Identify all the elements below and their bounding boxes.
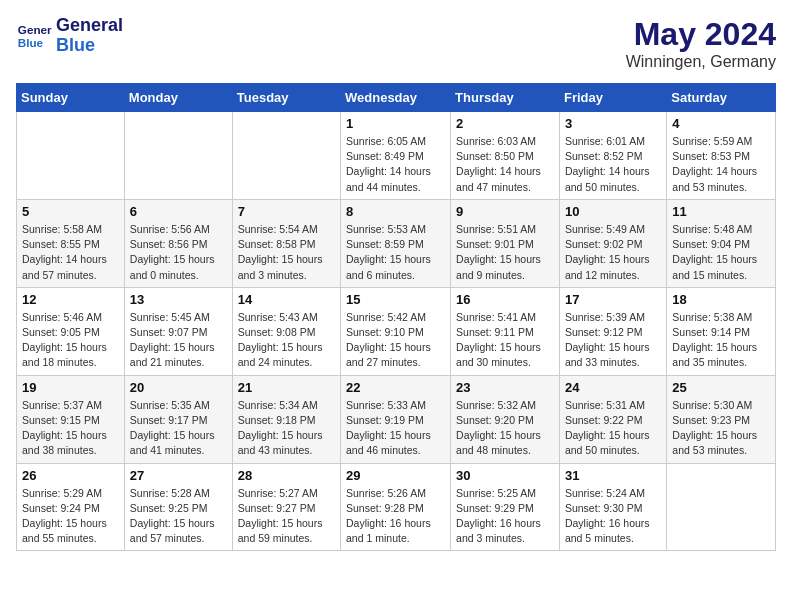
weekday-header: Sunday <box>17 84 125 112</box>
calendar-day-cell: 31Sunrise: 5:24 AMSunset: 9:30 PMDayligh… <box>559 463 666 551</box>
calendar-day-cell: 7Sunrise: 5:54 AMSunset: 8:58 PMDaylight… <box>232 199 340 287</box>
calendar-day-cell: 19Sunrise: 5:37 AMSunset: 9:15 PMDayligh… <box>17 375 125 463</box>
calendar-day-cell: 13Sunrise: 5:45 AMSunset: 9:07 PMDayligh… <box>124 287 232 375</box>
calendar-day-cell: 6Sunrise: 5:56 AMSunset: 8:56 PMDaylight… <box>124 199 232 287</box>
weekday-header: Wednesday <box>341 84 451 112</box>
day-number: 21 <box>238 380 335 395</box>
calendar-week-row: 1Sunrise: 6:05 AMSunset: 8:49 PMDaylight… <box>17 112 776 200</box>
empty-cell <box>232 112 340 200</box>
day-number: 2 <box>456 116 554 131</box>
empty-cell <box>667 463 776 551</box>
calendar-day-cell: 17Sunrise: 5:39 AMSunset: 9:12 PMDayligh… <box>559 287 666 375</box>
day-info: Sunrise: 5:46 AMSunset: 9:05 PMDaylight:… <box>22 310 119 371</box>
calendar-day-cell: 15Sunrise: 5:42 AMSunset: 9:10 PMDayligh… <box>341 287 451 375</box>
month-title: May 2024 <box>626 16 776 53</box>
day-info: Sunrise: 5:54 AMSunset: 8:58 PMDaylight:… <box>238 222 335 283</box>
day-info: Sunrise: 5:39 AMSunset: 9:12 PMDaylight:… <box>565 310 661 371</box>
calendar-day-cell: 18Sunrise: 5:38 AMSunset: 9:14 PMDayligh… <box>667 287 776 375</box>
day-number: 29 <box>346 468 445 483</box>
day-info: Sunrise: 6:01 AMSunset: 8:52 PMDaylight:… <box>565 134 661 195</box>
day-info: Sunrise: 5:35 AMSunset: 9:17 PMDaylight:… <box>130 398 227 459</box>
day-number: 22 <box>346 380 445 395</box>
day-number: 11 <box>672 204 770 219</box>
weekday-header: Friday <box>559 84 666 112</box>
day-info: Sunrise: 6:03 AMSunset: 8:50 PMDaylight:… <box>456 134 554 195</box>
day-number: 15 <box>346 292 445 307</box>
calendar-day-cell: 28Sunrise: 5:27 AMSunset: 9:27 PMDayligh… <box>232 463 340 551</box>
day-info: Sunrise: 5:42 AMSunset: 9:10 PMDaylight:… <box>346 310 445 371</box>
calendar-day-cell: 9Sunrise: 5:51 AMSunset: 9:01 PMDaylight… <box>451 199 560 287</box>
day-number: 31 <box>565 468 661 483</box>
day-number: 19 <box>22 380 119 395</box>
day-info: Sunrise: 5:41 AMSunset: 9:11 PMDaylight:… <box>456 310 554 371</box>
day-number: 5 <box>22 204 119 219</box>
day-number: 12 <box>22 292 119 307</box>
day-info: Sunrise: 5:48 AMSunset: 9:04 PMDaylight:… <box>672 222 770 283</box>
day-info: Sunrise: 5:49 AMSunset: 9:02 PMDaylight:… <box>565 222 661 283</box>
calendar-day-cell: 30Sunrise: 5:25 AMSunset: 9:29 PMDayligh… <box>451 463 560 551</box>
calendar-day-cell: 25Sunrise: 5:30 AMSunset: 9:23 PMDayligh… <box>667 375 776 463</box>
day-number: 13 <box>130 292 227 307</box>
weekday-header: Thursday <box>451 84 560 112</box>
calendar-day-cell: 23Sunrise: 5:32 AMSunset: 9:20 PMDayligh… <box>451 375 560 463</box>
day-number: 24 <box>565 380 661 395</box>
calendar-day-cell: 10Sunrise: 5:49 AMSunset: 9:02 PMDayligh… <box>559 199 666 287</box>
day-number: 25 <box>672 380 770 395</box>
calendar-day-cell: 11Sunrise: 5:48 AMSunset: 9:04 PMDayligh… <box>667 199 776 287</box>
day-info: Sunrise: 5:59 AMSunset: 8:53 PMDaylight:… <box>672 134 770 195</box>
day-info: Sunrise: 5:29 AMSunset: 9:24 PMDaylight:… <box>22 486 119 547</box>
calendar-day-cell: 26Sunrise: 5:29 AMSunset: 9:24 PMDayligh… <box>17 463 125 551</box>
calendar-day-cell: 27Sunrise: 5:28 AMSunset: 9:25 PMDayligh… <box>124 463 232 551</box>
day-number: 4 <box>672 116 770 131</box>
logo-line1: General <box>56 16 123 36</box>
day-info: Sunrise: 5:45 AMSunset: 9:07 PMDaylight:… <box>130 310 227 371</box>
calendar-week-row: 19Sunrise: 5:37 AMSunset: 9:15 PMDayligh… <box>17 375 776 463</box>
day-number: 6 <box>130 204 227 219</box>
day-number: 26 <box>22 468 119 483</box>
calendar-day-cell: 29Sunrise: 5:26 AMSunset: 9:28 PMDayligh… <box>341 463 451 551</box>
day-number: 8 <box>346 204 445 219</box>
calendar-day-cell: 5Sunrise: 5:58 AMSunset: 8:55 PMDaylight… <box>17 199 125 287</box>
logo: General Blue General Blue <box>16 16 123 56</box>
day-number: 27 <box>130 468 227 483</box>
day-number: 14 <box>238 292 335 307</box>
title-block: May 2024 Winningen, Germany <box>626 16 776 71</box>
calendar-day-cell: 4Sunrise: 5:59 AMSunset: 8:53 PMDaylight… <box>667 112 776 200</box>
day-number: 18 <box>672 292 770 307</box>
calendar-week-row: 12Sunrise: 5:46 AMSunset: 9:05 PMDayligh… <box>17 287 776 375</box>
page-header: General Blue General Blue May 2024 Winni… <box>16 16 776 71</box>
calendar-day-cell: 8Sunrise: 5:53 AMSunset: 8:59 PMDaylight… <box>341 199 451 287</box>
logo-icon: General Blue <box>16 18 52 54</box>
calendar-day-cell: 2Sunrise: 6:03 AMSunset: 8:50 PMDaylight… <box>451 112 560 200</box>
weekday-header: Monday <box>124 84 232 112</box>
location: Winningen, Germany <box>626 53 776 71</box>
calendar-day-cell: 16Sunrise: 5:41 AMSunset: 9:11 PMDayligh… <box>451 287 560 375</box>
calendar: SundayMondayTuesdayWednesdayThursdayFrid… <box>16 83 776 551</box>
calendar-day-cell: 14Sunrise: 5:43 AMSunset: 9:08 PMDayligh… <box>232 287 340 375</box>
day-info: Sunrise: 5:56 AMSunset: 8:56 PMDaylight:… <box>130 222 227 283</box>
day-info: Sunrise: 5:26 AMSunset: 9:28 PMDaylight:… <box>346 486 445 547</box>
day-number: 10 <box>565 204 661 219</box>
day-info: Sunrise: 6:05 AMSunset: 8:49 PMDaylight:… <box>346 134 445 195</box>
day-number: 23 <box>456 380 554 395</box>
calendar-day-cell: 20Sunrise: 5:35 AMSunset: 9:17 PMDayligh… <box>124 375 232 463</box>
day-info: Sunrise: 5:28 AMSunset: 9:25 PMDaylight:… <box>130 486 227 547</box>
calendar-day-cell: 3Sunrise: 6:01 AMSunset: 8:52 PMDaylight… <box>559 112 666 200</box>
day-info: Sunrise: 5:58 AMSunset: 8:55 PMDaylight:… <box>22 222 119 283</box>
logo-line2: Blue <box>56 36 123 56</box>
empty-cell <box>124 112 232 200</box>
calendar-day-cell: 24Sunrise: 5:31 AMSunset: 9:22 PMDayligh… <box>559 375 666 463</box>
svg-text:General: General <box>18 23 52 36</box>
day-info: Sunrise: 5:25 AMSunset: 9:29 PMDaylight:… <box>456 486 554 547</box>
svg-text:Blue: Blue <box>18 36 44 49</box>
calendar-day-cell: 1Sunrise: 6:05 AMSunset: 8:49 PMDaylight… <box>341 112 451 200</box>
day-info: Sunrise: 5:43 AMSunset: 9:08 PMDaylight:… <box>238 310 335 371</box>
day-info: Sunrise: 5:30 AMSunset: 9:23 PMDaylight:… <box>672 398 770 459</box>
day-number: 9 <box>456 204 554 219</box>
day-number: 20 <box>130 380 227 395</box>
day-info: Sunrise: 5:24 AMSunset: 9:30 PMDaylight:… <box>565 486 661 547</box>
day-info: Sunrise: 5:31 AMSunset: 9:22 PMDaylight:… <box>565 398 661 459</box>
day-info: Sunrise: 5:38 AMSunset: 9:14 PMDaylight:… <box>672 310 770 371</box>
day-info: Sunrise: 5:34 AMSunset: 9:18 PMDaylight:… <box>238 398 335 459</box>
day-number: 28 <box>238 468 335 483</box>
